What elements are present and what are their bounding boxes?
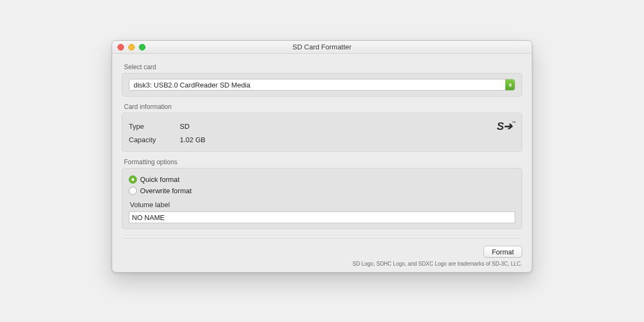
window-title: SD Card Formatter (112, 43, 532, 51)
legal-text: SD Logo, SDHC Logo, and SDXC Logo are tr… (122, 261, 522, 267)
radio-label: Quick format (140, 175, 180, 184)
select-card-label: Select card (124, 63, 522, 71)
separator (122, 236, 522, 238)
minimize-icon[interactable] (128, 44, 135, 50)
volume-label-input[interactable] (129, 211, 515, 223)
format-options-label: Formatting options (124, 158, 522, 166)
radio-icon (129, 187, 137, 195)
format-options-panel: Quick format Overwrite format Volume lab… (122, 168, 522, 229)
updown-icon (505, 79, 515, 90)
info-value: 1.02 GB (180, 136, 206, 144)
card-info-label: Card information (124, 103, 522, 111)
zoom-icon[interactable] (139, 44, 145, 50)
sd-logo-icon: S➔™ (497, 121, 515, 131)
select-card-panel: disk3: USB2.0 CardReader SD Media (122, 73, 522, 97)
radio-overwrite-format[interactable]: Overwrite format (129, 185, 515, 196)
info-value: SD (180, 122, 189, 130)
window-controls (118, 44, 145, 50)
format-button[interactable]: Format (484, 246, 522, 258)
card-info-panel: Type SD S➔™ Capacity 1.02 GB (122, 113, 522, 152)
card-select-value: disk3: USB2.0 CardReader SD Media (134, 81, 251, 89)
info-row-type: Type SD S➔™ (129, 119, 515, 134)
info-label: Type (129, 122, 180, 130)
footer-buttons: Format (122, 246, 522, 258)
info-row-capacity: Capacity 1.02 GB (129, 134, 515, 146)
info-label: Capacity (129, 136, 180, 144)
window-body: Select card disk3: USB2.0 CardReader SD … (112, 54, 532, 272)
format-button-label: Format (492, 248, 514, 256)
app-window: SD Card Formatter Select card disk3: USB… (112, 40, 532, 273)
radio-label: Overwrite format (140, 187, 192, 195)
titlebar: SD Card Formatter (112, 41, 532, 54)
radio-icon (129, 175, 137, 184)
radio-quick-format[interactable]: Quick format (129, 174, 515, 185)
volume-label-caption: Volume label (130, 201, 515, 209)
close-icon[interactable] (118, 44, 124, 50)
card-select[interactable]: disk3: USB2.0 CardReader SD Media (129, 79, 515, 91)
